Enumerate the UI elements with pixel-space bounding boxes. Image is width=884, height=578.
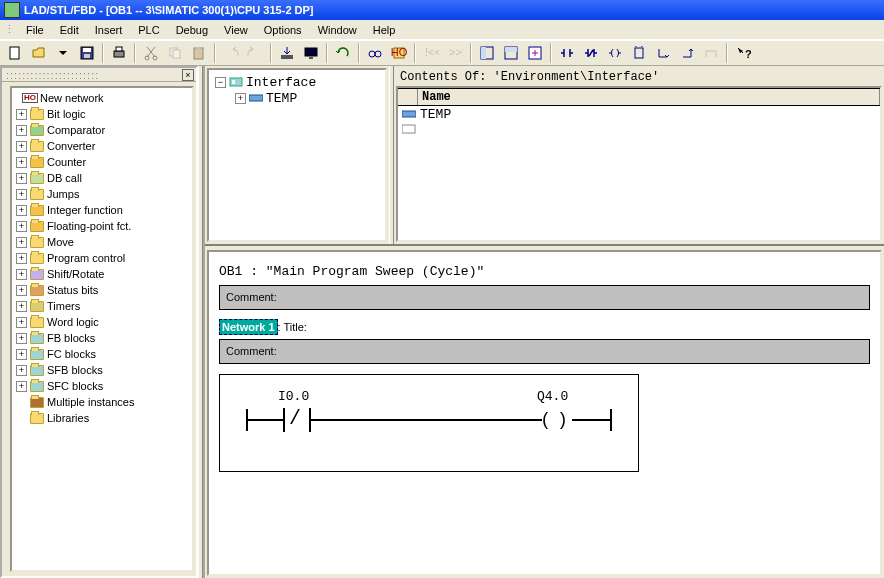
network-badge[interactable]: Network 1 — [219, 319, 278, 335]
tree-item[interactable]: +FB blocks — [14, 330, 190, 346]
help-button[interactable]: ? — [732, 42, 754, 64]
goto-end-button[interactable]: >>! — [444, 42, 466, 64]
expand-icon[interactable]: + — [16, 301, 27, 312]
new-button[interactable] — [4, 42, 26, 64]
tree-item[interactable]: Multiple instances — [14, 394, 190, 410]
menu-help[interactable]: Help — [365, 22, 404, 38]
menu-edit[interactable]: Edit — [52, 22, 87, 38]
tree-item[interactable]: +SFB blocks — [14, 362, 190, 378]
redo-button[interactable] — [244, 42, 266, 64]
tree-item[interactable]: +Program control — [14, 250, 190, 266]
expand-icon[interactable]: + — [16, 285, 27, 296]
expand-icon[interactable]: + — [16, 253, 27, 264]
expand-icon[interactable]: + — [16, 317, 27, 328]
ladder-rung[interactable]: I0.0 Q4.0 / () — [219, 374, 639, 472]
table-header: Name — [398, 88, 880, 106]
interface-root[interactable]: − Interface — [213, 74, 381, 90]
expand-icon[interactable]: + — [16, 349, 27, 360]
expand-icon[interactable]: + — [16, 157, 27, 168]
tree-item[interactable]: +Floating-point fct. — [14, 218, 190, 234]
tree-item[interactable]: +DB call — [14, 170, 190, 186]
menu-view[interactable]: View — [216, 22, 256, 38]
block-comment-box[interactable]: Comment: — [219, 285, 870, 310]
table-row-empty[interactable] — [398, 123, 880, 137]
stop-button[interactable]: HO — [388, 42, 410, 64]
menu-insert[interactable]: Insert — [87, 22, 131, 38]
output-coil[interactable]: () — [542, 409, 572, 431]
menu-plc[interactable]: PLC — [130, 22, 167, 38]
expand-icon[interactable]: + — [16, 381, 27, 392]
close-panel-button[interactable]: × — [182, 69, 194, 81]
expand-icon[interactable]: + — [16, 221, 27, 232]
branch-open-button[interactable] — [652, 42, 674, 64]
goto-button[interactable]: !<< — [420, 42, 442, 64]
table-row[interactable]: TEMP — [398, 106, 880, 123]
print-button[interactable] — [108, 42, 130, 64]
tree-item[interactable]: +SFC blocks — [14, 378, 190, 394]
branch-close-button[interactable] — [676, 42, 698, 64]
tree-item[interactable]: +Word logic — [14, 314, 190, 330]
menu-gripper[interactable]: ⋮ — [4, 23, 14, 36]
expand-icon[interactable]: + — [16, 237, 27, 248]
coil-button[interactable] — [604, 42, 626, 64]
expand-icon[interactable]: + — [16, 333, 27, 344]
paste-button[interactable] — [188, 42, 210, 64]
expand-icon[interactable]: + — [16, 365, 27, 376]
interface-temp[interactable]: + TEMP — [213, 90, 381, 106]
copy-button[interactable] — [164, 42, 186, 64]
expand-icon[interactable]: + — [235, 93, 246, 104]
open-dropdown[interactable] — [52, 42, 74, 64]
catalog-tree[interactable]: HO New network +Bit logic+Comparator+Con… — [10, 86, 194, 572]
menu-debug[interactable]: Debug — [168, 22, 216, 38]
panel-gripper[interactable]: ::::::::::::::::::::::: — [6, 69, 99, 81]
connect-button[interactable] — [700, 42, 722, 64]
contact-no-button[interactable] — [556, 42, 578, 64]
tree-item[interactable]: Libraries — [14, 410, 190, 426]
view1-button[interactable] — [476, 42, 498, 64]
reload-button[interactable] — [332, 42, 354, 64]
interface-splitter[interactable] — [389, 66, 394, 244]
expand-icon[interactable]: + — [16, 269, 27, 280]
view3-button[interactable] — [524, 42, 546, 64]
tree-item[interactable]: +Comparator — [14, 122, 190, 138]
cut-button[interactable] — [140, 42, 162, 64]
expand-icon[interactable]: + — [16, 109, 27, 120]
tree-item[interactable]: +Timers — [14, 298, 190, 314]
menu-file[interactable]: File — [18, 22, 52, 38]
tree-item[interactable]: +Bit logic — [14, 106, 190, 122]
tree-item[interactable]: +Move — [14, 234, 190, 250]
download-button[interactable] — [276, 42, 298, 64]
ladder-editor[interactable]: OB1 : "Main Program Sweep (Cycle)" Comme… — [207, 250, 882, 576]
glasses-button[interactable] — [364, 42, 386, 64]
tree-new-network[interactable]: HO New network — [14, 90, 190, 106]
expand-icon[interactable]: + — [16, 189, 27, 200]
box-button[interactable]: ?? — [628, 42, 650, 64]
menu-options[interactable]: Options — [256, 22, 310, 38]
undo-button[interactable] — [220, 42, 242, 64]
tree-item[interactable]: +Status bits — [14, 282, 190, 298]
tree-item[interactable]: +Counter — [14, 154, 190, 170]
network-comment-box[interactable]: Comment: — [219, 339, 870, 364]
contents-table[interactable]: Name TEMP — [396, 86, 882, 242]
monitor-button[interactable] — [300, 42, 322, 64]
view2-button[interactable] — [500, 42, 522, 64]
open-button[interactable] — [28, 42, 50, 64]
expand-icon[interactable]: + — [16, 141, 27, 152]
nc-contact[interactable]: / — [283, 408, 311, 432]
save-button[interactable] — [76, 42, 98, 64]
expand-icon[interactable]: + — [16, 205, 27, 216]
expand-icon[interactable]: + — [16, 173, 27, 184]
tree-item[interactable]: +Integer function — [14, 202, 190, 218]
expand-icon[interactable]: + — [16, 125, 27, 136]
menu-window[interactable]: Window — [310, 22, 365, 38]
collapse-icon[interactable]: − — [215, 77, 226, 88]
tree-item[interactable]: +Jumps — [14, 186, 190, 202]
output-address[interactable]: Q4.0 — [537, 389, 568, 404]
tree-item[interactable]: +Converter — [14, 138, 190, 154]
network-title[interactable]: : Title: — [278, 321, 307, 333]
tree-item[interactable]: +Shift/Rotate — [14, 266, 190, 282]
input-address[interactable]: I0.0 — [278, 389, 309, 404]
contact-nc-button[interactable] — [580, 42, 602, 64]
interface-tree[interactable]: − Interface + TEMP — [207, 68, 387, 242]
tree-item[interactable]: +FC blocks — [14, 346, 190, 362]
